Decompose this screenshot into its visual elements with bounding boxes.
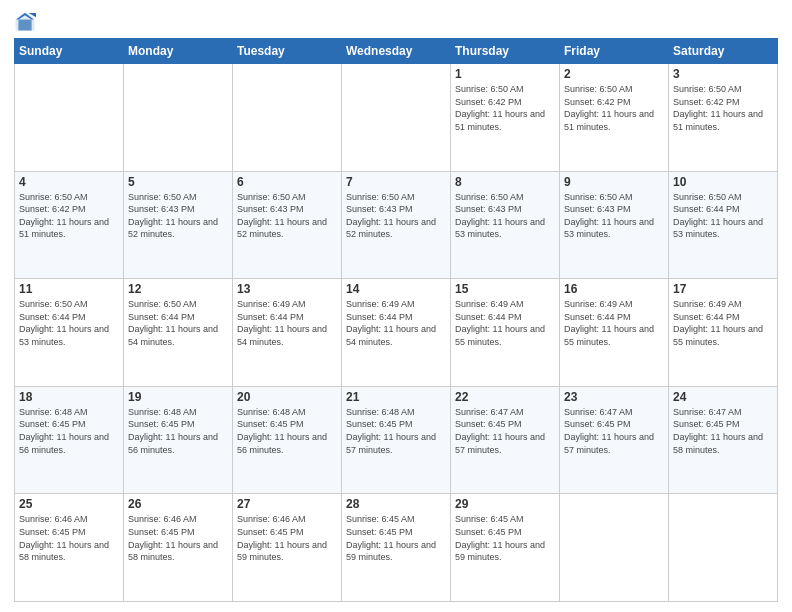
calendar-cell: 18Sunrise: 6:48 AM Sunset: 6:45 PM Dayli… — [15, 386, 124, 494]
day-info: Sunrise: 6:45 AM Sunset: 6:45 PM Dayligh… — [455, 513, 555, 563]
day-info: Sunrise: 6:50 AM Sunset: 6:43 PM Dayligh… — [346, 191, 446, 241]
day-info: Sunrise: 6:50 AM Sunset: 6:44 PM Dayligh… — [19, 298, 119, 348]
day-info: Sunrise: 6:50 AM Sunset: 6:44 PM Dayligh… — [128, 298, 228, 348]
calendar: SundayMondayTuesdayWednesdayThursdayFrid… — [14, 38, 778, 602]
calendar-cell: 17Sunrise: 6:49 AM Sunset: 6:44 PM Dayli… — [669, 279, 778, 387]
day-number: 17 — [673, 282, 773, 296]
day-number: 15 — [455, 282, 555, 296]
day-number: 29 — [455, 497, 555, 511]
calendar-cell: 15Sunrise: 6:49 AM Sunset: 6:44 PM Dayli… — [451, 279, 560, 387]
calendar-cell: 21Sunrise: 6:48 AM Sunset: 6:45 PM Dayli… — [342, 386, 451, 494]
calendar-cell: 22Sunrise: 6:47 AM Sunset: 6:45 PM Dayli… — [451, 386, 560, 494]
calendar-cell: 1Sunrise: 6:50 AM Sunset: 6:42 PM Daylig… — [451, 64, 560, 172]
day-number: 9 — [564, 175, 664, 189]
day-of-week-friday: Friday — [560, 39, 669, 64]
day-number: 4 — [19, 175, 119, 189]
day-info: Sunrise: 6:50 AM Sunset: 6:42 PM Dayligh… — [673, 83, 773, 133]
day-info: Sunrise: 6:49 AM Sunset: 6:44 PM Dayligh… — [673, 298, 773, 348]
calendar-cell: 12Sunrise: 6:50 AM Sunset: 6:44 PM Dayli… — [124, 279, 233, 387]
day-number: 14 — [346, 282, 446, 296]
day-info: Sunrise: 6:50 AM Sunset: 6:42 PM Dayligh… — [564, 83, 664, 133]
calendar-cell: 14Sunrise: 6:49 AM Sunset: 6:44 PM Dayli… — [342, 279, 451, 387]
calendar-cell — [669, 494, 778, 602]
day-info: Sunrise: 6:50 AM Sunset: 6:43 PM Dayligh… — [455, 191, 555, 241]
calendar-cell: 13Sunrise: 6:49 AM Sunset: 6:44 PM Dayli… — [233, 279, 342, 387]
header — [14, 10, 778, 32]
day-info: Sunrise: 6:48 AM Sunset: 6:45 PM Dayligh… — [346, 406, 446, 456]
calendar-cell: 24Sunrise: 6:47 AM Sunset: 6:45 PM Dayli… — [669, 386, 778, 494]
day-number: 20 — [237, 390, 337, 404]
day-number: 12 — [128, 282, 228, 296]
day-info: Sunrise: 6:47 AM Sunset: 6:45 PM Dayligh… — [564, 406, 664, 456]
day-info: Sunrise: 6:48 AM Sunset: 6:45 PM Dayligh… — [128, 406, 228, 456]
day-number: 10 — [673, 175, 773, 189]
day-info: Sunrise: 6:49 AM Sunset: 6:44 PM Dayligh… — [564, 298, 664, 348]
day-info: Sunrise: 6:47 AM Sunset: 6:45 PM Dayligh… — [455, 406, 555, 456]
day-number: 2 — [564, 67, 664, 81]
day-info: Sunrise: 6:50 AM Sunset: 6:43 PM Dayligh… — [128, 191, 228, 241]
day-number: 5 — [128, 175, 228, 189]
day-info: Sunrise: 6:46 AM Sunset: 6:45 PM Dayligh… — [237, 513, 337, 563]
day-number: 16 — [564, 282, 664, 296]
day-info: Sunrise: 6:50 AM Sunset: 6:43 PM Dayligh… — [237, 191, 337, 241]
calendar-cell: 16Sunrise: 6:49 AM Sunset: 6:44 PM Dayli… — [560, 279, 669, 387]
calendar-week-2: 4Sunrise: 6:50 AM Sunset: 6:42 PM Daylig… — [15, 171, 778, 279]
day-number: 21 — [346, 390, 446, 404]
day-number: 19 — [128, 390, 228, 404]
calendar-cell: 8Sunrise: 6:50 AM Sunset: 6:43 PM Daylig… — [451, 171, 560, 279]
calendar-week-3: 11Sunrise: 6:50 AM Sunset: 6:44 PM Dayli… — [15, 279, 778, 387]
logo — [14, 10, 40, 32]
day-of-week-monday: Monday — [124, 39, 233, 64]
day-number: 8 — [455, 175, 555, 189]
calendar-cell: 20Sunrise: 6:48 AM Sunset: 6:45 PM Dayli… — [233, 386, 342, 494]
calendar-cell — [15, 64, 124, 172]
calendar-cell: 2Sunrise: 6:50 AM Sunset: 6:42 PM Daylig… — [560, 64, 669, 172]
day-info: Sunrise: 6:49 AM Sunset: 6:44 PM Dayligh… — [346, 298, 446, 348]
day-of-week-tuesday: Tuesday — [233, 39, 342, 64]
day-number: 23 — [564, 390, 664, 404]
calendar-cell: 7Sunrise: 6:50 AM Sunset: 6:43 PM Daylig… — [342, 171, 451, 279]
day-number: 22 — [455, 390, 555, 404]
calendar-cell: 9Sunrise: 6:50 AM Sunset: 6:43 PM Daylig… — [560, 171, 669, 279]
calendar-cell: 28Sunrise: 6:45 AM Sunset: 6:45 PM Dayli… — [342, 494, 451, 602]
calendar-cell: 25Sunrise: 6:46 AM Sunset: 6:45 PM Dayli… — [15, 494, 124, 602]
day-number: 3 — [673, 67, 773, 81]
day-info: Sunrise: 6:49 AM Sunset: 6:44 PM Dayligh… — [237, 298, 337, 348]
svg-rect-2 — [18, 20, 31, 31]
logo-icon — [14, 10, 36, 32]
day-number: 1 — [455, 67, 555, 81]
day-info: Sunrise: 6:50 AM Sunset: 6:42 PM Dayligh… — [455, 83, 555, 133]
calendar-cell — [560, 494, 669, 602]
calendar-cell: 4Sunrise: 6:50 AM Sunset: 6:42 PM Daylig… — [15, 171, 124, 279]
calendar-cell: 3Sunrise: 6:50 AM Sunset: 6:42 PM Daylig… — [669, 64, 778, 172]
calendar-header-row: SundayMondayTuesdayWednesdayThursdayFrid… — [15, 39, 778, 64]
calendar-cell: 27Sunrise: 6:46 AM Sunset: 6:45 PM Dayli… — [233, 494, 342, 602]
day-number: 6 — [237, 175, 337, 189]
day-info: Sunrise: 6:46 AM Sunset: 6:45 PM Dayligh… — [19, 513, 119, 563]
calendar-cell: 23Sunrise: 6:47 AM Sunset: 6:45 PM Dayli… — [560, 386, 669, 494]
calendar-cell: 10Sunrise: 6:50 AM Sunset: 6:44 PM Dayli… — [669, 171, 778, 279]
day-number: 24 — [673, 390, 773, 404]
day-info: Sunrise: 6:45 AM Sunset: 6:45 PM Dayligh… — [346, 513, 446, 563]
day-of-week-sunday: Sunday — [15, 39, 124, 64]
day-number: 18 — [19, 390, 119, 404]
day-info: Sunrise: 6:48 AM Sunset: 6:45 PM Dayligh… — [237, 406, 337, 456]
day-number: 13 — [237, 282, 337, 296]
calendar-cell: 26Sunrise: 6:46 AM Sunset: 6:45 PM Dayli… — [124, 494, 233, 602]
day-number: 27 — [237, 497, 337, 511]
day-of-week-saturday: Saturday — [669, 39, 778, 64]
day-info: Sunrise: 6:48 AM Sunset: 6:45 PM Dayligh… — [19, 406, 119, 456]
calendar-week-1: 1Sunrise: 6:50 AM Sunset: 6:42 PM Daylig… — [15, 64, 778, 172]
calendar-cell: 19Sunrise: 6:48 AM Sunset: 6:45 PM Dayli… — [124, 386, 233, 494]
day-number: 28 — [346, 497, 446, 511]
calendar-cell: 6Sunrise: 6:50 AM Sunset: 6:43 PM Daylig… — [233, 171, 342, 279]
calendar-cell — [342, 64, 451, 172]
day-number: 7 — [346, 175, 446, 189]
day-number: 11 — [19, 282, 119, 296]
day-number: 26 — [128, 497, 228, 511]
day-info: Sunrise: 6:50 AM Sunset: 6:43 PM Dayligh… — [564, 191, 664, 241]
calendar-cell: 5Sunrise: 6:50 AM Sunset: 6:43 PM Daylig… — [124, 171, 233, 279]
day-info: Sunrise: 6:50 AM Sunset: 6:44 PM Dayligh… — [673, 191, 773, 241]
calendar-cell — [233, 64, 342, 172]
day-info: Sunrise: 6:49 AM Sunset: 6:44 PM Dayligh… — [455, 298, 555, 348]
